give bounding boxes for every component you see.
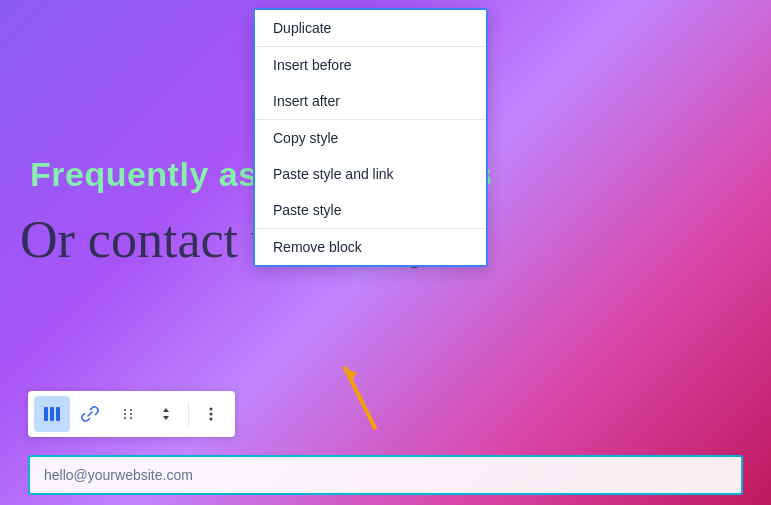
svg-rect-4: [56, 407, 60, 421]
email-input[interactable]: [28, 455, 743, 495]
menu-item-insert-before[interactable]: Insert before: [255, 47, 486, 83]
columns-button[interactable]: [34, 396, 70, 432]
svg-point-12: [210, 413, 213, 416]
svg-point-8: [130, 409, 132, 411]
svg-rect-3: [50, 407, 54, 421]
drag-icon: [120, 406, 136, 422]
more-options-button[interactable]: [193, 396, 229, 432]
menu-item-paste-style[interactable]: Paste style: [255, 192, 486, 228]
menu-item-copy-style[interactable]: Copy style: [255, 120, 486, 156]
link-icon: [81, 405, 99, 423]
svg-point-7: [124, 417, 126, 419]
toolbar: [28, 391, 235, 437]
svg-rect-2: [44, 407, 48, 421]
toolbar-divider: [188, 402, 189, 426]
svg-point-6: [124, 413, 126, 415]
context-menu: Duplicate Insert before Insert after Cop…: [253, 8, 488, 267]
svg-point-13: [210, 418, 213, 421]
svg-point-11: [210, 408, 213, 411]
svg-point-9: [130, 413, 132, 415]
move-icon: [157, 405, 175, 423]
menu-item-duplicate[interactable]: Duplicate: [255, 10, 486, 46]
svg-point-5: [124, 409, 126, 411]
arrow-indicator: [335, 353, 395, 437]
menu-item-remove-block[interactable]: Remove block: [255, 229, 486, 265]
svg-point-10: [130, 417, 132, 419]
email-input-wrapper: [28, 455, 743, 495]
columns-icon: [43, 405, 61, 423]
menu-item-insert-after[interactable]: Insert after: [255, 83, 486, 119]
link-button[interactable]: [72, 396, 108, 432]
more-icon: [202, 405, 220, 423]
menu-item-paste-style-link[interactable]: Paste style and link: [255, 156, 486, 192]
move-button[interactable]: [148, 396, 184, 432]
drag-handle-button[interactable]: [110, 396, 146, 432]
